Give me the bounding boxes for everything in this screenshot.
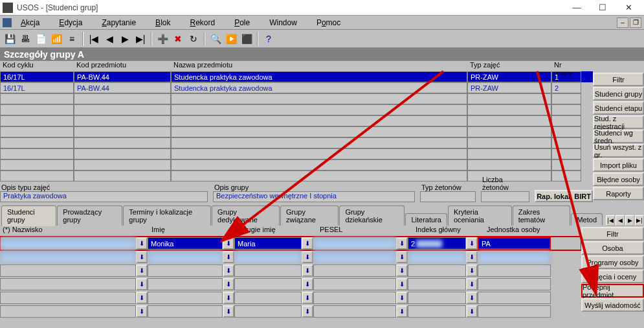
save-icon[interactable]: 💾 xyxy=(3,32,17,46)
tab-metody[interactable]: Metod xyxy=(571,213,603,226)
stud-z-rejestracji-button[interactable]: Stud. z rejestracji xyxy=(593,115,644,129)
tool-icon-3[interactable]: 📄 xyxy=(34,32,48,46)
dropdown-icon[interactable]: ⬇ xyxy=(466,292,478,304)
signal-icon[interactable]: 📶 xyxy=(49,32,63,46)
dropdown-icon[interactable]: ⬇ xyxy=(136,278,148,290)
cell-drugie[interactable]: Maria xyxy=(234,237,302,250)
studenci-grupy-button[interactable]: Studenci grupy xyxy=(593,87,644,100)
programy-osoby-button[interactable]: Programy osoby xyxy=(581,255,644,269)
rap-lokal-birt-button[interactable]: Rap. lokal. BIRT xyxy=(535,190,593,202)
remove-icon[interactable]: ✖ xyxy=(171,32,185,46)
refresh-icon[interactable]: ↻ xyxy=(186,32,201,46)
cell-indeks[interactable] xyxy=(408,251,466,263)
first-record-icon[interactable]: |◀ xyxy=(87,32,101,46)
prev-record-icon[interactable]: ◀ xyxy=(102,32,117,46)
tab-grupy-dedykowane[interactable]: Grupy dedykowane xyxy=(212,205,280,226)
group-row[interactable]: 16/17L PA-BW.44 Studencka praktyka zawod… xyxy=(0,71,593,82)
dropdown-icon[interactable]: ⬇ xyxy=(223,251,234,263)
dropdown-icon[interactable]: ⬇ xyxy=(223,237,234,250)
dropdown-icon[interactable]: ⬇ xyxy=(396,278,408,290)
cell-imie[interactable]: Monika xyxy=(148,237,223,250)
dropdown-icon[interactable]: ⬇ xyxy=(223,292,234,304)
dropdown-icon[interactable]: ⬇ xyxy=(466,251,478,263)
import-pliku-button[interactable]: Import pliku xyxy=(593,158,644,172)
student-row-empty[interactable]: ⬇⬇⬇⬇⬇ xyxy=(0,277,581,291)
student-row[interactable]: ⬇ Monika ⬇ Maria ⬇ ⬇ 2 ⬇ PA xyxy=(0,237,581,250)
student-row-empty[interactable]: ⬇⬇⬇⬇⬇ xyxy=(0,305,581,318)
tab-grupy-dziekanskie[interactable]: Grupy dziekańskie xyxy=(339,205,405,226)
dropdown-icon[interactable]: ⬇ xyxy=(302,264,313,277)
next-record-icon[interactable]: ▶ xyxy=(118,32,132,46)
student-row-empty[interactable]: ⬇⬇⬇⬇⬇ xyxy=(0,264,581,277)
tab-terminy[interactable]: Terminy i lokalizacje grupy xyxy=(123,205,211,226)
raporty-button[interactable]: Raporty xyxy=(593,187,644,200)
tab-prowadzacy[interactable]: Prowadzący grupy xyxy=(57,205,122,226)
dropdown-icon[interactable]: ⬇ xyxy=(223,305,234,318)
dropdown-icon[interactable]: ⬇ xyxy=(136,264,148,277)
dropdown-icon[interactable]: ⬇ xyxy=(466,278,478,290)
menu-pomoc[interactable]: Pomoc xyxy=(314,17,347,29)
mdi-restore-button[interactable]: ❐ xyxy=(630,18,641,28)
cell-jednostka[interactable]: PA xyxy=(478,237,551,250)
tab-kryteria[interactable]: Kryteria oceniania xyxy=(448,205,512,226)
help-icon[interactable]: ? xyxy=(261,32,276,46)
tab-studenci-grupy[interactable]: Studenci grupy xyxy=(1,205,56,226)
opis-typu-input[interactable]: Praktyka zawodowa xyxy=(0,191,208,202)
tab-zakres[interactable]: Zakres tematów xyxy=(513,205,571,226)
dropdown-icon[interactable]: ⬇ xyxy=(223,264,234,277)
tab-scroll-next-icon[interactable]: ▶ xyxy=(625,215,634,226)
dropdown-icon[interactable]: ⬇ xyxy=(302,237,313,250)
dropdown-icon[interactable]: ⬇ xyxy=(302,278,313,290)
cell-jednostka[interactable] xyxy=(478,251,551,263)
cell-pesel[interactable] xyxy=(313,251,396,263)
dropdown-icon[interactable]: ⬇ xyxy=(466,237,478,250)
tab-scroll-first-icon[interactable]: |◀ xyxy=(606,215,615,226)
print-icon[interactable]: 🖶 xyxy=(18,32,32,46)
menu-akcja[interactable]: Akcja xyxy=(18,17,46,29)
menu-edycja[interactable]: Edycja xyxy=(56,17,89,29)
dropdown-icon[interactable]: ⬇ xyxy=(136,237,148,250)
studenci-etapu-button[interactable]: Studenci etapu xyxy=(593,101,644,115)
menu-rekord[interactable]: Rekord xyxy=(187,17,221,29)
group-row-empty[interactable] xyxy=(0,126,593,137)
bledne-osoby-button[interactable]: Błędne osoby xyxy=(593,172,644,186)
dropdown-icon[interactable]: ⬇ xyxy=(136,292,148,304)
menu-pole[interactable]: Pole xyxy=(232,17,256,29)
zajecia-i-oceny-button[interactable]: Zajęcia i oceny xyxy=(581,270,644,283)
dropdown-icon[interactable]: ⬇ xyxy=(466,264,478,277)
mdi-minimize-button[interactable]: – xyxy=(617,18,628,28)
menu-window[interactable]: Window xyxy=(267,17,304,29)
minimize-button[interactable]: — xyxy=(564,1,590,15)
tab-grupy-zwiazane[interactable]: Grupy związane xyxy=(280,205,339,226)
studenci-wg-sredn-button[interactable]: Studenci wg średn. xyxy=(593,130,644,143)
student-row-empty[interactable]: ⬇⬇⬇⬇⬇ xyxy=(0,291,581,305)
dropdown-icon[interactable]: ⬇ xyxy=(136,251,148,263)
close-button[interactable]: ✕ xyxy=(616,1,641,15)
group-row-empty[interactable] xyxy=(0,148,593,159)
cancel-query-icon[interactable]: ⬛ xyxy=(239,32,254,46)
cell-imie[interactable] xyxy=(148,251,223,263)
usun-wszyst-button[interactable]: Usuń wszyst. z gr. xyxy=(593,144,644,158)
filtr-lower-button[interactable]: Filtr xyxy=(581,227,644,240)
podepnij-przedmiot-button[interactable]: Podepnij przedmiot xyxy=(581,284,644,298)
execute-icon[interactable]: ▶️ xyxy=(224,32,238,46)
wyslij-wiadomosc-button[interactable]: Wyślij wiadomość xyxy=(581,298,644,312)
cell-pesel[interactable] xyxy=(313,237,396,250)
osoba-button[interactable]: Osoba xyxy=(581,241,644,255)
tab-scroll-prev-icon[interactable]: ◀ xyxy=(616,215,625,226)
group-row-empty[interactable] xyxy=(0,159,593,170)
menu-zapytanie[interactable]: Zapytanie xyxy=(99,17,142,29)
dropdown-icon[interactable]: ⬇ xyxy=(466,305,478,318)
group-row-empty[interactable] xyxy=(0,115,593,126)
cell-nazwisko[interactable] xyxy=(0,251,136,263)
last-record-icon[interactable]: ▶| xyxy=(133,32,148,46)
menu-blok[interactable]: Blok xyxy=(153,17,177,29)
query-icon[interactable]: 🔍 xyxy=(208,32,223,46)
dropdown-icon[interactable]: ⬇ xyxy=(396,251,408,263)
cell-nazwisko[interactable] xyxy=(0,237,136,250)
cell-drugie[interactable] xyxy=(234,251,302,263)
group-row-empty[interactable] xyxy=(0,137,593,148)
student-row[interactable]: ⬇ ⬇ ⬇ ⬇ ⬇ xyxy=(0,250,581,264)
group-row-empty[interactable] xyxy=(0,93,593,104)
dropdown-icon[interactable]: ⬇ xyxy=(396,237,408,250)
